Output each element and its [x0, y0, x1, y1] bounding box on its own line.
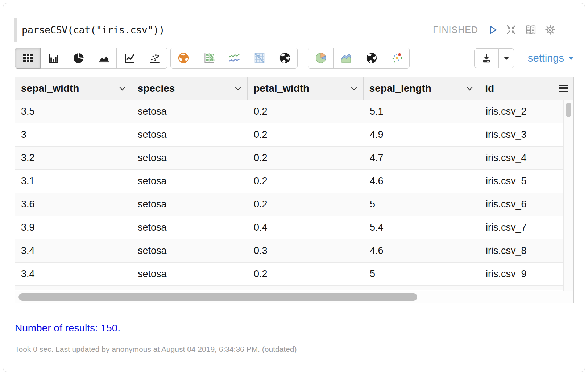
cell-sepal_width: 3.4 — [15, 239, 132, 262]
horizontal-scrollbar[interactable] — [15, 291, 573, 303]
chevron-down-icon[interactable] — [235, 86, 241, 91]
collapse-button[interactable] — [505, 24, 517, 36]
column-label: sepal_length — [369, 83, 431, 94]
cell-empty — [132, 286, 248, 290]
globe2-view-button[interactable] — [359, 48, 384, 69]
column-label: species — [138, 83, 175, 94]
status-badge: FINISHED — [433, 25, 478, 35]
cell-species: setosa — [132, 123, 248, 146]
bubble-matrix-view-button[interactable] — [196, 48, 221, 69]
pie-colored-icon — [315, 52, 327, 64]
map-view-button[interactable] — [170, 48, 196, 69]
cell-sepal_length: 4.6 — [364, 170, 480, 193]
scatter-plugin-view-button[interactable] — [384, 48, 410, 69]
column-label: petal_width — [253, 83, 309, 94]
table-row[interactable]: 3.1setosa0.24.6iris.csv_5 — [15, 170, 573, 193]
heatmap-icon — [253, 52, 266, 64]
table-row[interactable]: 3setosa0.24.9iris.csv_3 — [15, 123, 573, 147]
pie-chart-view-button[interactable] — [66, 48, 91, 69]
cell-sepal_length: 5.4 — [364, 216, 480, 239]
play-icon — [488, 25, 498, 35]
cell-sepal_width: 3.5 — [15, 100, 132, 123]
cell-sepal_width: 3.2 — [15, 147, 132, 169]
horizontal-scrollbar-thumb[interactable] — [18, 293, 417, 301]
cell-petal_width: 0.2 — [248, 170, 364, 193]
line-chart-view-button[interactable] — [116, 48, 142, 69]
chevron-down-icon[interactable] — [119, 86, 126, 91]
area-colored-icon — [340, 52, 352, 64]
settings-label: settings — [528, 52, 564, 64]
globe-dark-icon — [279, 52, 291, 64]
cell-species: setosa — [132, 263, 248, 285]
column-header-sepal_length[interactable]: sepal_length — [364, 77, 480, 100]
grid-menu-button[interactable] — [553, 77, 573, 100]
line-chart-icon — [123, 52, 136, 64]
cell-species: setosa — [132, 170, 248, 193]
cell-species: setosa — [132, 100, 248, 123]
caret-down-icon — [503, 55, 510, 61]
cell-petal_width: 0.3 — [248, 239, 364, 262]
table-row[interactable]: 3.6setosa0.25iris.csv_6 — [15, 193, 573, 216]
editor-toggle-button[interactable] — [524, 24, 537, 36]
heatmap-view-button[interactable] — [247, 48, 272, 69]
cell-species: setosa — [132, 147, 248, 169]
download-button[interactable] — [474, 48, 499, 68]
table-body: 3.5setosa0.25.1iris.csv_23setosa0.24.9ir… — [15, 100, 573, 291]
cell-sepal_length: 5 — [364, 263, 480, 285]
area-plugin-view-button[interactable] — [333, 48, 359, 69]
cell-petal_width: 0.2 — [248, 100, 364, 123]
cell-petal_width: 0.4 — [248, 216, 364, 239]
cell-id: iris.csv_9 — [480, 263, 564, 285]
cell-petal_width: 0.2 — [248, 147, 364, 169]
table-header: sepal_width species petal_width sepal_le… — [15, 77, 573, 100]
vertical-scrollbar[interactable] — [563, 100, 573, 291]
scatter-colored-icon — [391, 52, 403, 64]
column-header-petal_width[interactable]: petal_width — [248, 77, 364, 100]
column-label: sepal_width — [21, 83, 79, 94]
area-chart-icon — [98, 52, 110, 64]
column-label: id — [485, 83, 494, 94]
table-row[interactable]: 3.4setosa0.25iris.csv_9 — [15, 263, 573, 286]
cell-sepal_width: 3.6 — [15, 193, 132, 216]
area-chart-view-button[interactable] — [91, 48, 117, 69]
paragraph-card: parseCSV(cat("iris.csv")) FINISHED — [3, 3, 585, 372]
cell-sepal_length: 5 — [364, 193, 480, 216]
bar-chart-icon — [47, 52, 59, 64]
cell-id: iris.csv_3 — [480, 123, 564, 146]
settings-link[interactable]: settings — [528, 52, 575, 64]
table-view-button[interactable] — [15, 48, 41, 69]
code-editor[interactable]: parseCSV(cat("iris.csv")) — [22, 24, 433, 36]
chevron-down-icon[interactable] — [351, 86, 357, 91]
pie-plugin-view-button[interactable] — [308, 48, 334, 69]
column-header-id[interactable]: id — [479, 77, 553, 100]
scatter-chart-view-button[interactable] — [142, 48, 167, 69]
vertical-scrollbar-thumb[interactable] — [566, 103, 571, 117]
download-caret-button[interactable] — [498, 48, 514, 68]
table-row[interactable]: 3.5setosa0.25.1iris.csv_2 — [15, 100, 573, 123]
viz-button-group-2 — [170, 48, 298, 69]
cell-empty — [364, 286, 480, 290]
run-button[interactable] — [488, 25, 498, 35]
cell-species: setosa — [132, 239, 248, 262]
multi-line-view-button[interactable] — [221, 48, 247, 69]
cell-species: setosa — [132, 193, 248, 216]
download-group — [474, 48, 514, 68]
column-header-species[interactable]: species — [132, 77, 248, 100]
table-row[interactable]: 3.9setosa0.45.4iris.csv_7 — [15, 216, 573, 239]
settings-caret-icon — [568, 56, 575, 61]
column-header-sepal_width[interactable]: sepal_width — [15, 77, 132, 100]
globe-view-button[interactable] — [272, 48, 298, 69]
paragraph-settings-button[interactable] — [544, 24, 556, 36]
chevron-down-icon[interactable] — [466, 86, 473, 91]
cell-empty — [480, 286, 564, 290]
table-row[interactable]: 3.4setosa0.34.6iris.csv_8 — [15, 239, 573, 263]
bar-chart-view-button[interactable] — [40, 48, 66, 69]
globe-dark-icon — [365, 52, 378, 64]
cell-id: iris.csv_5 — [480, 170, 564, 193]
table-row[interactable]: 3.2setosa0.24.7iris.csv_4 — [15, 147, 573, 170]
cell-id: iris.csv_6 — [480, 193, 564, 216]
table-row-partial — [15, 286, 573, 290]
viz-toolbar — [15, 48, 410, 69]
bubble-grid-icon — [203, 52, 215, 64]
column-menu-icon — [559, 85, 568, 92]
